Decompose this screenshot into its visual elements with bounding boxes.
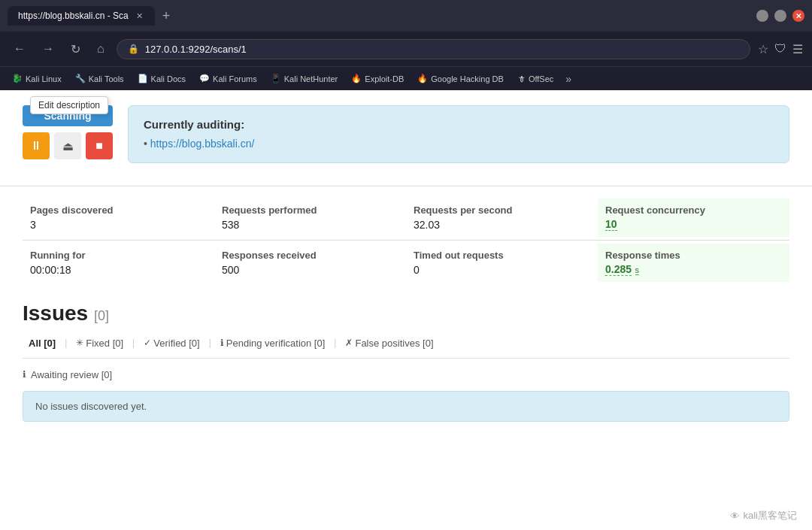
watermark: 👁 kali黑客笔记 — [730, 509, 797, 522]
stat-responses-received: Responses received 500 — [214, 244, 406, 282]
bookmark-kali-linux[interactable]: 🐉 Kali Linux — [8, 72, 66, 85]
issues-title: Issues [0] — [23, 301, 789, 326]
watermark-icon: 👁 — [730, 510, 740, 522]
issues-label: Issues — [23, 301, 88, 325]
close-button[interactable]: ✕ — [792, 10, 804, 22]
bookmark-kali-forums[interactable]: 💬 Kali Forums — [195, 72, 262, 85]
verified-icon: ✓ — [144, 338, 151, 348]
stat-rps-value: 32.03 — [414, 219, 590, 231]
stat-concurrency-value: 10 — [605, 218, 617, 231]
more-bookmarks-button[interactable]: » — [565, 73, 571, 85]
stat-pages-discovered: Pages discovered 3 — [23, 198, 214, 237]
stat-response-times-unit: s — [635, 265, 640, 275]
no-issues-text: No issues discovered yet. — [35, 401, 147, 412]
active-tab[interactable]: https://blog.bbskali.cn - Sca ✕ — [8, 6, 155, 26]
back-button[interactable]: ← — [9, 39, 30, 59]
eject-button[interactable]: ⏏ — [54, 132, 81, 159]
stat-requests-per-second: Requests per second 32.03 — [406, 198, 598, 237]
stat-timed-out: Timed out requests 0 — [406, 244, 598, 282]
lock-icon: 🔒 — [128, 44, 139, 54]
stat-pages-value: 3 — [30, 219, 207, 231]
stop-button[interactable]: ■ — [86, 132, 113, 159]
auditing-box: Currently auditing: https://blog.bbskali… — [128, 105, 789, 163]
exploit-db-icon: 🔥 — [351, 74, 362, 83]
issues-section: Issues [0] All [0] | ✳ Fixed [0] | ✓ Ver… — [0, 294, 812, 429]
pause-button[interactable]: ⏸ — [23, 132, 50, 159]
stat-response-times-label: Response times — [605, 250, 782, 262]
filter-separator-2: | — [132, 338, 135, 348]
scan-header: Scanning ⏸ ⏏ ■ Currently auditing: https… — [23, 105, 789, 163]
bookmarks-bar: 🐉 Kali Linux 🔧 Kali Tools 📄 Kali Docs 💬 … — [0, 66, 812, 90]
stat-responses-value: 500 — [222, 264, 398, 276]
filter-fixed[interactable]: ✳ Fixed [0] — [70, 335, 129, 352]
shield-button[interactable]: 🛡 — [774, 42, 786, 56]
browser-chrome: https://blog.bbskali.cn - Sca ✕ + ✕ ← → … — [0, 0, 812, 90]
stat-timeout-value: 0 — [414, 264, 590, 276]
bookmark-label: Kali Forums — [213, 74, 257, 83]
bookmark-exploit-db[interactable]: 🔥 Exploit-DB — [347, 72, 408, 85]
stat-pages-label: Pages discovered — [30, 204, 207, 217]
stat-rps-label: Requests per second — [414, 204, 590, 217]
offsec-icon: 🗡 — [517, 74, 526, 83]
filter-fixed-label: Fixed [0] — [86, 338, 123, 349]
tab-title: https://blog.bbskali.cn - Sca — [18, 11, 129, 21]
kali-nethunter-icon: 📱 — [271, 74, 281, 83]
awaiting-review-label: Awaiting review [0] — [31, 369, 112, 380]
stats-row-2: Running for 00:00:18 Responses received … — [23, 244, 789, 282]
star-button[interactable]: ☆ — [758, 42, 768, 56]
bookmark-kali-nethunter[interactable]: 📱 Kali NetHunter — [266, 72, 343, 85]
maximize-button[interactable] — [774, 10, 786, 22]
false-positive-icon: ✗ — [345, 338, 353, 348]
bookmark-label: Kali NetHunter — [284, 74, 338, 83]
forward-button[interactable]: → — [38, 39, 59, 59]
filter-verified[interactable]: ✓ Verified [0] — [138, 335, 205, 352]
filter-separator-4: | — [334, 338, 336, 348]
issues-filters: All [0] | ✳ Fixed [0] | ✓ Verified [0] |… — [23, 335, 789, 359]
kali-docs-icon: 📄 — [138, 74, 148, 83]
filter-separator-1: | — [65, 338, 67, 348]
auditing-url[interactable]: https://blog.bbskali.cn/ — [144, 138, 254, 150]
google-hacking-icon: 🔥 — [417, 74, 428, 83]
bookmark-google-hacking[interactable]: 🔥 Google Hacking DB — [413, 72, 508, 85]
stat-request-concurrency: Request concurrency 10 — [598, 198, 789, 237]
bookmark-label: Kali Docs — [151, 74, 186, 83]
filter-false-positives-label: False positives [0] — [355, 338, 433, 349]
bookmark-kali-tools[interactable]: 🔧 Kali Tools — [71, 72, 129, 85]
stat-running-label: Running for — [30, 250, 207, 262]
bookmark-kali-docs[interactable]: 📄 Kali Docs — [133, 72, 190, 85]
menu-button[interactable]: ☰ — [792, 42, 803, 56]
minimize-button[interactable] — [756, 10, 768, 22]
stat-requests-label: Requests performed — [222, 204, 398, 217]
stat-requests-value: 538 — [222, 219, 398, 231]
home-button[interactable]: ⌂ — [92, 39, 109, 59]
reload-button[interactable]: ↻ — [66, 39, 85, 59]
stats-table: Pages discovered 3 Requests performed 53… — [0, 186, 812, 294]
filter-pending[interactable]: ℹ Pending verification [0] — [214, 335, 332, 352]
issues-count: [0] — [94, 308, 109, 323]
fixed-icon: ✳ — [76, 338, 83, 348]
bookmark-label: Exploit-DB — [365, 74, 404, 83]
title-bar: https://blog.bbskali.cn - Sca ✕ + ✕ — [0, 0, 812, 32]
bookmark-label: Kali Tools — [89, 74, 124, 83]
awaiting-review-row[interactable]: ℹ Awaiting review [0] — [23, 365, 789, 385]
filter-false-positives[interactable]: ✗ False positives [0] — [339, 335, 439, 352]
no-issues-box: No issues discovered yet. — [23, 391, 789, 422]
edit-description-tooltip: Edit description — [30, 96, 108, 114]
stat-responses-label: Responses received — [222, 250, 398, 262]
new-tab-button[interactable]: + — [158, 8, 175, 24]
tab-close-icon[interactable]: ✕ — [135, 11, 144, 21]
scan-buttons: ⏸ ⏏ ■ — [23, 132, 113, 159]
filter-verified-label: Verified [0] — [153, 338, 199, 349]
address-bar[interactable]: 🔒 127.0.0.1:9292/scans/1 — [117, 39, 750, 59]
filter-all[interactable]: All [0] — [23, 335, 62, 352]
stat-response-times-value: 0.285 — [605, 263, 632, 276]
filter-pending-label: Pending verification [0] — [226, 338, 326, 349]
scan-section: Scanning ⏸ ⏏ ■ Currently auditing: https… — [0, 90, 812, 186]
filter-separator-3: | — [209, 338, 211, 348]
url-text: 127.0.0.1:9292/scans/1 — [145, 44, 247, 55]
bookmark-offsec[interactable]: 🗡 OffSec — [513, 73, 558, 85]
kali-forums-icon: 💬 — [199, 74, 210, 83]
kali-linux-icon: 🐉 — [12, 74, 23, 83]
filter-all-label: All [0] — [29, 338, 56, 349]
stat-requests-performed: Requests performed 538 — [214, 198, 406, 237]
